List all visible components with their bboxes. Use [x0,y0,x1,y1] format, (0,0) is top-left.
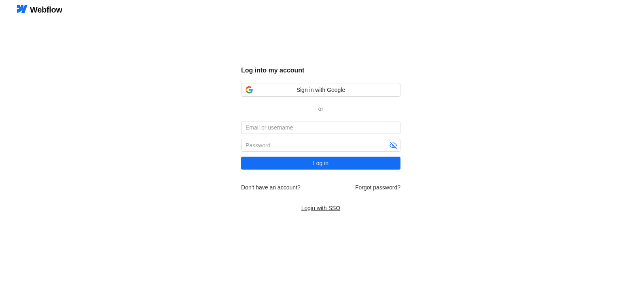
links-row: Don't have an account? Forgot password? [241,184,400,191]
forgot-password-link[interactable]: Forgot password? [355,184,400,191]
email-input[interactable] [241,121,400,134]
toggle-password-visibility-icon[interactable] [389,141,397,149]
divider-text: or [241,106,400,112]
signup-link[interactable]: Don't have an account? [241,184,301,191]
brand-logo[interactable]: Webflow [15,5,62,15]
sso-row: Login with SSO [241,204,400,212]
sso-login-link[interactable]: Login with SSO [301,205,341,211]
google-signin-label: Sign in with Google [297,87,345,93]
brand-name: Webflow [30,5,62,15]
login-submit-button[interactable]: Log in [241,157,400,170]
password-input[interactable] [241,139,400,152]
password-field-wrapper [241,139,400,152]
login-form: Log into my account Sign in with Google … [241,67,400,212]
webflow-logo-icon [15,5,28,15]
google-signin-button[interactable]: Sign in with Google [241,83,400,97]
login-title: Log into my account [241,67,400,74]
google-icon [246,86,253,93]
